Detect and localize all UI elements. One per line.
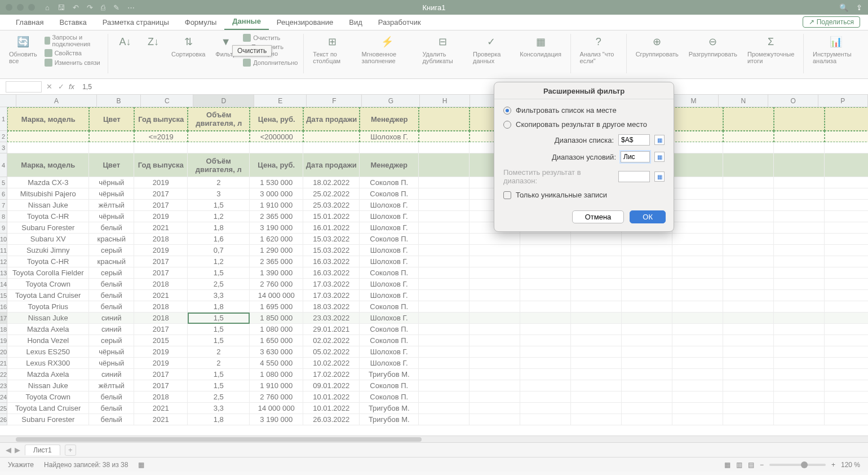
cell[interactable] [89, 131, 134, 142]
cell[interactable]: 17.02.2022 [303, 369, 360, 380]
cell[interactable]: Соколов П. [360, 392, 419, 403]
cell[interactable] [825, 279, 868, 290]
col-header-H[interactable]: H [420, 95, 470, 107]
cell[interactable]: Honda Vezel [7, 335, 89, 346]
cell[interactable]: 15.03.2022 [303, 245, 360, 256]
cell[interactable]: Toyota Land Cruiser [7, 290, 89, 301]
cell[interactable]: 17.03.2022 [303, 279, 360, 290]
group-rows[interactable]: ⊕Сгруппировать [632, 34, 682, 58]
cell[interactable] [571, 324, 622, 335]
cell[interactable] [419, 301, 470, 313]
cell[interactable]: чёрный [89, 346, 134, 358]
cell[interactable]: 1 290 000 [250, 245, 303, 256]
cell[interactable]: 2018 [134, 279, 188, 290]
cell[interactable]: 1 530 000 [250, 177, 303, 188]
cell[interactable] [774, 335, 825, 346]
cell[interactable] [622, 335, 672, 346]
cell[interactable]: Тригубов М. [360, 414, 419, 425]
cell[interactable] [774, 153, 825, 177]
sort-button[interactable]: ⇅Сортировка [168, 34, 209, 58]
cell[interactable] [825, 403, 868, 414]
cell[interactable] [470, 392, 520, 403]
select-all[interactable] [0, 95, 16, 107]
consolidate[interactable]: ▦Консолидация [516, 34, 565, 58]
subtotal[interactable]: ΣПромежуточные итоги [744, 34, 798, 64]
brush-icon[interactable]: ✎ [113, 3, 119, 12]
analysis-tools[interactable]: 📊Инструменты анализа [809, 34, 862, 64]
cell[interactable] [571, 301, 622, 313]
window-controls[interactable] [6, 4, 35, 11]
cell[interactable] [360, 142, 419, 153]
cell[interactable]: 15.01.2022 [303, 211, 360, 222]
cell[interactable] [470, 358, 520, 369]
cell[interactable]: Дата продажи [303, 107, 360, 131]
macro-icon[interactable]: ▦ [138, 461, 144, 469]
col-header-C[interactable]: C [141, 95, 193, 107]
cell[interactable] [672, 403, 723, 414]
row-header[interactable]: 25 [0, 403, 7, 414]
cell[interactable] [825, 392, 868, 403]
cell[interactable] [520, 301, 571, 313]
cell[interactable] [419, 211, 470, 222]
what-if[interactable]: ?Анализ "что если" [577, 34, 621, 64]
cell[interactable]: Соколов П. [360, 301, 419, 313]
cell[interactable] [520, 267, 571, 279]
cell[interactable] [571, 267, 622, 279]
cell[interactable]: 05.02.2022 [303, 346, 360, 358]
cell[interactable]: 1,5 [188, 200, 250, 211]
cell[interactable] [774, 414, 825, 425]
cell[interactable]: 2,5 [188, 392, 250, 403]
cell[interactable]: Соколов П. [360, 267, 419, 279]
cell[interactable]: 2018 [134, 313, 188, 324]
col-header-N[interactable]: N [719, 95, 768, 107]
cell[interactable]: Соколов П. [360, 324, 419, 335]
cell[interactable] [419, 153, 470, 177]
cell[interactable]: 16.03.2022 [303, 256, 360, 267]
row-header[interactable]: 15 [0, 290, 7, 301]
cell[interactable]: 09.01.2022 [303, 380, 360, 392]
cell[interactable]: 1,5 [188, 267, 250, 279]
cell[interactable]: Год выпуска [134, 107, 188, 131]
cell[interactable] [723, 369, 774, 380]
cell[interactable]: Цена, руб. [250, 107, 303, 131]
cell[interactable] [774, 324, 825, 335]
col-header-D[interactable]: D [193, 95, 254, 107]
view-normal-icon[interactable]: ▦ [724, 461, 730, 469]
cell[interactable] [520, 234, 571, 245]
cell[interactable]: Шолохов Г. [360, 131, 419, 142]
cell[interactable]: Nissan Juke [7, 380, 89, 392]
cell[interactable] [723, 290, 774, 301]
cell[interactable] [419, 414, 470, 425]
cell[interactable] [520, 256, 571, 267]
cell[interactable]: синий [89, 369, 134, 380]
cell[interactable] [774, 267, 825, 279]
cell[interactable]: чёрный [89, 188, 134, 200]
row-header[interactable]: 10 [0, 234, 7, 245]
cell[interactable] [470, 313, 520, 324]
cell[interactable]: 10.01.2022 [303, 403, 360, 414]
cell[interactable]: чёрный [89, 177, 134, 188]
cell[interactable]: 2019 [134, 177, 188, 188]
cell[interactable] [825, 153, 868, 177]
cell[interactable]: 1 390 000 [250, 267, 303, 279]
cell[interactable] [520, 369, 571, 380]
cell[interactable] [571, 313, 622, 324]
sheet-tab-1[interactable]: Лист1 [25, 445, 60, 455]
cell[interactable] [774, 107, 825, 131]
cell[interactable] [774, 403, 825, 414]
cell[interactable] [672, 392, 723, 403]
cell[interactable]: 2019 [134, 346, 188, 358]
cell[interactable]: 1,5 [188, 324, 250, 335]
cell[interactable] [774, 222, 825, 234]
cell[interactable] [419, 131, 470, 142]
cell[interactable] [672, 222, 723, 234]
cell[interactable]: 1,5 [188, 313, 250, 324]
criteria-range-input[interactable] [621, 151, 650, 162]
cell[interactable]: белый [89, 403, 134, 414]
cell[interactable]: серый [89, 335, 134, 346]
cell[interactable]: 2021 [134, 414, 188, 425]
cell[interactable]: 0,7 [188, 245, 250, 256]
cell[interactable] [825, 346, 868, 358]
cell[interactable]: 14 000 000 [250, 290, 303, 301]
cell[interactable]: 1 080 000 [250, 369, 303, 380]
